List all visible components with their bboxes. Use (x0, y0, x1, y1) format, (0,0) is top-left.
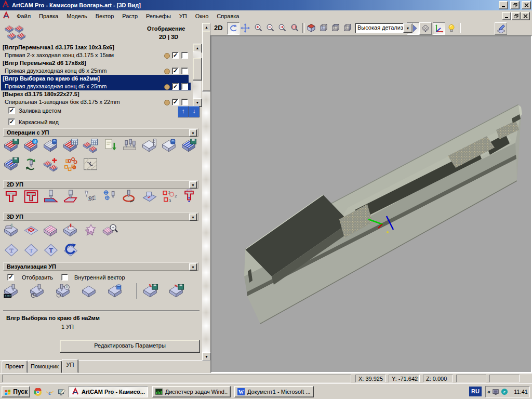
circular-mill-icon[interactable] (121, 189, 139, 204)
preview-relief-icon[interactable] (101, 222, 119, 238)
drill-sequence-icon[interactable]: 123 (160, 189, 179, 204)
tray-antivirus-icon[interactable]: e (501, 388, 508, 395)
toolpath-3d-checkbox[interactable] (181, 68, 188, 74)
drill-holes-icon[interactable] (101, 189, 119, 204)
simulate-toolpath-icon[interactable] (28, 283, 47, 299)
toolpath-row[interactable]: Прямая двухзаходная конц d6 x 25mm (1, 67, 191, 75)
edit-parameters-button[interactable]: Редактировать Параметры (60, 340, 200, 353)
save-simulation-icon[interactable] (141, 283, 160, 299)
toolpath-summary-icon[interactable]: i (22, 138, 41, 153)
move-toolpath-down-button[interactable]: ↓ (189, 106, 200, 117)
zlevel-roughing-icon[interactable] (42, 222, 60, 238)
toolpath-2d-checkbox[interactable]: ✓ (172, 52, 179, 59)
menu-Рельефы[interactable]: Рельефы (142, 11, 175, 21)
copy-toolpath-icon[interactable] (42, 156, 60, 172)
child-minimize-button[interactable] (502, 12, 511, 20)
zoom-fit-button[interactable] (289, 22, 300, 34)
save-toolpath-as-icon[interactable] (180, 138, 198, 153)
simulate-toolpath-control-icon[interactable] (2, 283, 21, 299)
wireframe-overlay-button[interactable] (419, 22, 432, 35)
section-header-4[interactable]: Визуализация УП▼ (3, 262, 198, 271)
move-toolpath-up-button[interactable]: ↑ (178, 106, 189, 117)
vcarve-pocket-icon[interactable] (42, 189, 60, 204)
zoom-previous-button[interactable] (276, 22, 288, 34)
toolpath-row[interactable]: Прямая 2-х заходная конц d3.175 x 15мм (1, 51, 191, 59)
toolpath-2d-checkbox[interactable]: ✓ (172, 83, 179, 90)
menu-Растр[interactable]: Растр (118, 11, 142, 21)
vcarve-outline-icon[interactable] (61, 189, 80, 204)
view-along-z-button[interactable] (342, 22, 353, 34)
child-restore-button[interactable] (511, 12, 521, 20)
menu-Справка[interactable]: Справка (212, 11, 243, 21)
rest-machining-icon[interactable] (61, 222, 80, 238)
section-collapse-icon[interactable]: ▼ (189, 214, 197, 221)
child-close-button[interactable] (521, 12, 530, 20)
section-header-2[interactable]: 2D УП▼ (3, 180, 198, 189)
toolpath-group-row[interactable]: [Влгр Перемычка2 d6 17x8x8] (1, 59, 189, 67)
toolpath-group-row[interactable]: [ВлгрПеремычка1 d3.175 1зах 10x3.5x6] (1, 44, 189, 51)
detail-level-dropdown[interactable]: Высокая детализация▼ (355, 23, 413, 33)
engrave-tile-1-icon[interactable]: T (2, 242, 21, 258)
task-button-1[interactable]: ArtCAM Pro - Камисо... (69, 386, 148, 397)
machine-relief-icon[interactable] (2, 222, 21, 238)
tab-Помощник[interactable]: Помощник (28, 361, 62, 373)
zoom-in-button[interactable] (252, 22, 264, 34)
dropdown-arrow-icon[interactable]: ▼ (403, 23, 413, 33)
tool-database-icon[interactable] (121, 138, 139, 153)
menu-Вектор[interactable]: Вектор (91, 11, 118, 21)
toolpath-group-row[interactable]: [Вырез d3.175 180x22x27.5] (1, 90, 189, 98)
view-2d-button[interactable]: 2D (214, 24, 223, 32)
section-collapse-icon[interactable]: ▼ (189, 263, 197, 271)
merge-toolpaths-icon[interactable] (61, 156, 80, 172)
toolpath-row[interactable]: Спиральная 1-заходная бок d3.175 x 22mm (1, 98, 191, 106)
restore-button[interactable] (510, 1, 520, 9)
undo-machining-icon[interactable] (61, 242, 80, 258)
show-desktop-icon[interactable] (57, 388, 66, 396)
panel-scrollbar-thumb[interactable] (202, 31, 211, 91)
menu-Окно[interactable]: Окно (191, 11, 213, 21)
material-setup-icon[interactable] (42, 138, 60, 153)
load-simulation-icon[interactable] (167, 283, 186, 299)
toolpath-template-icon[interactable] (81, 156, 100, 172)
section-collapse-icon[interactable]: ▼ (189, 181, 197, 189)
color-fill-checkbox[interactable]: ✓ (8, 107, 15, 114)
toolpath-group-row[interactable]: [Влгр Выборка по краю d6 на2мм] (1, 75, 189, 83)
area-clearance-icon[interactable] (22, 189, 41, 204)
material-block-icon[interactable] (160, 138, 179, 153)
carve-shape-icon[interactable] (81, 222, 100, 238)
tab-УП[interactable]: УП (62, 359, 78, 373)
viz-show-checkbox[interactable]: ✓ (7, 274, 14, 281)
section-header-1[interactable]: Операции с УП▼ (3, 128, 198, 137)
delete-simulation-icon[interactable] (106, 283, 125, 299)
toolpath-row[interactable]: Прямая двухзаходная конц d6 x 25mm (1, 83, 191, 90)
block-setup-icon[interactable] (140, 138, 159, 153)
list-scrollbar-thumb[interactable] (193, 58, 202, 81)
toolpath-2d-checkbox[interactable]: ✓ (172, 99, 179, 105)
view-along-x-button[interactable] (318, 22, 329, 34)
toolpath-3d-checkbox[interactable] (181, 83, 188, 90)
toolpath-3d-checkbox[interactable] (181, 99, 188, 105)
profile-toolpath-icon[interactable] (2, 189, 21, 204)
batch-calculate-icon[interactable] (81, 138, 100, 153)
transform-toolpath-icon[interactable] (22, 156, 41, 172)
rotate-view-button[interactable] (227, 22, 240, 35)
profile-bridges-icon[interactable] (180, 189, 198, 204)
engrave-tile-3-icon[interactable]: T (42, 242, 60, 258)
feature-machine-icon[interactable] (22, 222, 41, 238)
language-indicator[interactable]: RU (469, 387, 482, 396)
section-collapse-icon[interactable]: ▼ (189, 129, 197, 137)
zoom-out-button[interactable] (264, 22, 276, 34)
simulate-all-toolpaths-icon[interactable] (54, 283, 73, 299)
menu-Файл[interactable]: Файл (12, 11, 35, 21)
toolpath-3d-checkbox[interactable] (181, 52, 188, 59)
isometric-view-button[interactable] (305, 22, 317, 34)
machine-sled-icon[interactable] (140, 189, 159, 204)
internet-explorer-icon[interactable]: e (45, 388, 54, 396)
toolpath-notes-icon[interactable] (101, 138, 119, 153)
viz-inner-vector-checkbox[interactable] (61, 274, 68, 281)
view-along-y-button[interactable] (330, 22, 341, 34)
start-button[interactable]: Пуск (2, 386, 30, 397)
toolpath-2d-checkbox[interactable]: ✓ (172, 68, 179, 74)
lighting-button[interactable] (446, 22, 457, 34)
save-toolpath-icon[interactable] (2, 138, 21, 153)
